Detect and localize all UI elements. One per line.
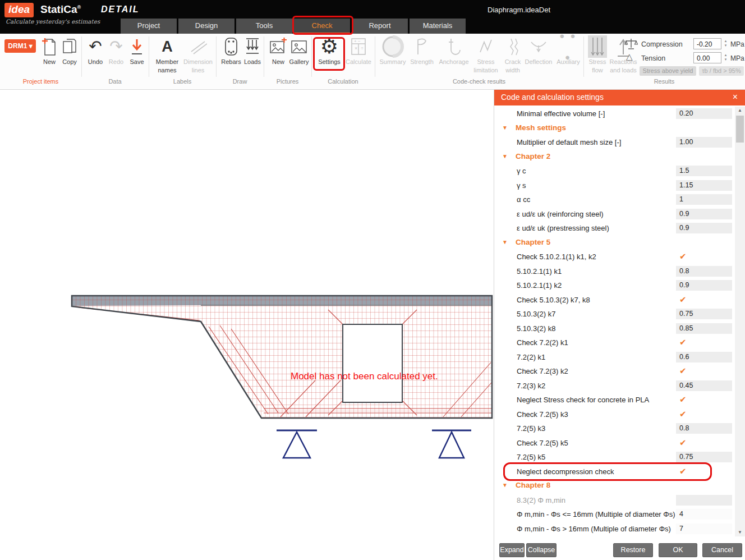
setting-label: 5.10.2.1(1) k2	[517, 281, 562, 290]
setting-value-input[interactable]: 1	[676, 194, 732, 205]
section-collapse-icon[interactable]: ▼	[502, 239, 508, 245]
redo-button: ↷ Redo	[106, 36, 126, 66]
tension-label: Tension	[641, 54, 665, 62]
setting-value-input[interactable]: 1.00	[676, 137, 732, 148]
scroll-up-icon[interactable]: ▲	[735, 107, 745, 114]
ribbon-item-label: Rebars	[221, 58, 241, 66]
setting-value-input[interactable]: 0.75	[676, 452, 732, 462]
setting-label: α cc	[517, 195, 530, 204]
member-names-icon: A	[155, 36, 180, 57]
setting-value-input[interactable]: 1.5	[676, 166, 732, 176]
setting-value-input[interactable]: 0.45	[676, 380, 732, 391]
summary-button: Summary	[379, 36, 406, 66]
expand-button[interactable]: Expand	[499, 543, 525, 557]
collapse-button[interactable]: Collapse	[526, 543, 557, 557]
setting-value-input[interactable]: 0.9	[676, 209, 732, 219]
settings-row: Check 5.10.2.1(1) k1, k2✔	[494, 250, 734, 264]
compression-spinner[interactable]: ▴▾	[723, 39, 729, 48]
group-separator	[149, 36, 149, 77]
ribbon-item-label: limitation	[471, 67, 500, 74]
setting-value-input[interactable]: 1.15	[676, 180, 732, 191]
tagline: Calculate yesterday's estimates	[6, 18, 100, 25]
setting-label: 7.2(5) k5	[517, 453, 545, 461]
settings-row: 5.10.3(2) k80.85	[494, 322, 734, 336]
settings-row: Check 7.2(5) k3✔	[494, 407, 734, 422]
setting-value-input[interactable]: 0.8	[676, 266, 732, 277]
settings-row: ε ud/ε uk (prestressing steel)0.9	[494, 221, 734, 236]
ribbon-item-label: width	[502, 67, 524, 74]
section-collapse-icon[interactable]: ▼	[502, 482, 508, 488]
setting-value-input[interactable]: 4	[676, 509, 732, 520]
scroll-down-icon[interactable]: ▼	[735, 529, 745, 536]
close-icon[interactable]: ×	[733, 92, 738, 102]
tab-design[interactable]: Design	[178, 19, 234, 34]
checkbox-checked-icon[interactable]: ✔	[679, 366, 687, 376]
tab-check[interactable]: Check	[294, 19, 350, 34]
compression-label: Compression	[641, 40, 683, 48]
checkbox-checked-icon[interactable]: ✔	[679, 337, 687, 347]
tab-materials[interactable]: Materials	[410, 19, 466, 34]
restore-button[interactable]: Restore	[613, 543, 653, 557]
save-button[interactable]: Save	[127, 36, 147, 66]
setting-value-input[interactable]: 0.9	[676, 280, 732, 291]
auxiliary-button: ● ● ● Auxiliary	[554, 36, 582, 66]
setting-label: 7.2(5) k3	[517, 424, 545, 433]
setting-label: 7.2(3) k2	[517, 382, 545, 390]
checkbox-checked-icon[interactable]: ✔	[679, 409, 687, 419]
setting-label: Check 7.2(5) k5	[517, 439, 568, 447]
setting-value-input[interactable]: 7	[676, 524, 732, 534]
project-item-label: DRM1	[8, 42, 27, 50]
setting-value-input[interactable]: 0.20	[676, 108, 732, 119]
tension-unit: MPa	[730, 54, 744, 62]
model-canvas[interactable]: Model has not been calculated yet.	[0, 90, 494, 560]
undo-button[interactable]: ↶ Undo	[85, 36, 105, 66]
setting-value-input[interactable]: 0.85	[676, 323, 732, 334]
setting-label: Check 7.2(5) k3	[517, 410, 568, 419]
setting-value-input[interactable]: 0.8	[676, 423, 732, 434]
rebars-button[interactable]: Rebars	[221, 36, 241, 66]
svg-text:+ −: + −	[354, 39, 361, 44]
tension-spinner[interactable]: ▴▾	[723, 53, 729, 62]
compression-input[interactable]: -0.20	[693, 38, 721, 49]
new-picture-button[interactable]: New	[268, 36, 288, 66]
member-names-toggle[interactable]: A Member names	[155, 36, 180, 74]
strength-icon	[408, 36, 435, 57]
new-document-icon	[39, 36, 59, 57]
section-collapse-icon[interactable]: ▼	[502, 153, 508, 159]
scrollbar-thumb[interactable]	[736, 116, 744, 143]
setting-label: Check 5.10.3(2) k7, k8	[517, 296, 590, 304]
ribbon-item-label: flow	[587, 67, 608, 74]
tension-input[interactable]: 0.00	[693, 52, 721, 63]
cancel-button[interactable]: Cancel	[702, 543, 742, 557]
stress-limitation-button: Stress limitation	[471, 36, 500, 74]
checkbox-checked-icon[interactable]: ✔	[679, 394, 687, 405]
setting-value-input[interactable]: 0.6	[676, 352, 732, 362]
checkbox-checked-icon[interactable]: ✔	[679, 466, 687, 476]
group-separator	[375, 36, 375, 77]
ok-button[interactable]: OK	[659, 543, 697, 557]
setting-value-input[interactable]	[676, 495, 732, 506]
loads-button[interactable]: Loads	[242, 36, 263, 66]
settings-row: 5.10.3(2) k70.75	[494, 307, 734, 322]
titlebar: idea StatiCa® DETAIL Calculate yesterday…	[0, 0, 745, 34]
new-project-item-button[interactable]: New	[39, 36, 59, 66]
tab-project[interactable]: Project	[121, 19, 177, 34]
settings-list: Minimal effective volume [-]0.20▼Mesh se…	[494, 107, 734, 538]
stress-above-yield-button: Stress above yield	[640, 66, 696, 76]
copy-project-item-button[interactable]: Copy	[59, 36, 80, 66]
gallery-button[interactable]: Gallery	[288, 36, 310, 66]
project-item-selector[interactable]: DRM1 ▾	[4, 39, 36, 53]
section-title: Mesh settings	[516, 123, 566, 132]
checkbox-checked-icon[interactable]: ✔	[679, 251, 687, 261]
settings-button[interactable]: ⚙ Settings	[316, 36, 342, 66]
ribbon-item-label: Calculate	[344, 58, 372, 66]
setting-value-input[interactable]: 0.75	[676, 309, 732, 319]
checkbox-checked-icon[interactable]: ✔	[679, 438, 687, 448]
checkbox-checked-icon[interactable]: ✔	[679, 295, 687, 305]
section-collapse-icon[interactable]: ▼	[502, 125, 508, 131]
tab-report[interactable]: Report	[352, 19, 408, 34]
ribbon-item-label: Deflection	[524, 58, 553, 66]
setting-value-input[interactable]: 0.9	[676, 223, 732, 233]
tab-tools[interactable]: Tools	[236, 19, 292, 34]
settings-scrollbar[interactable]: ▲ ▼	[735, 107, 745, 536]
